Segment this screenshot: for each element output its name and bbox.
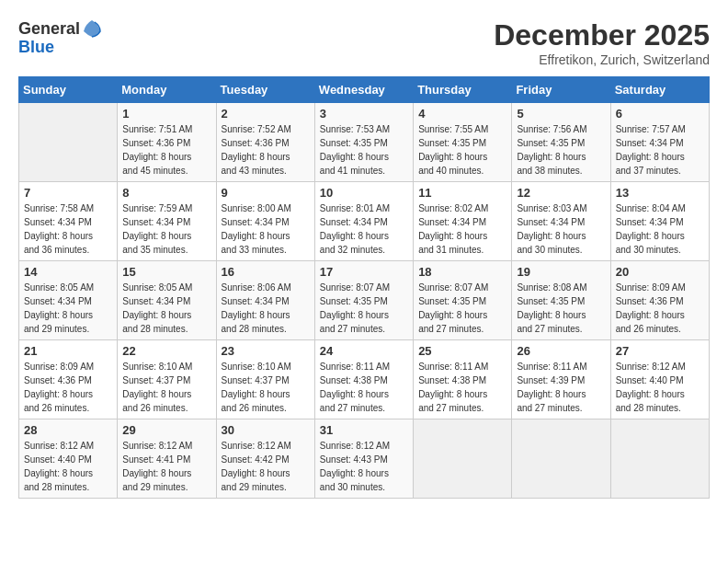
calendar-week-row: 7Sunrise: 7:58 AMSunset: 4:34 PMDaylight… — [19, 182, 710, 261]
day-info: Sunrise: 8:12 AMSunset: 4:40 PMDaylight:… — [616, 360, 704, 415]
day-info: Sunrise: 8:12 AMSunset: 4:41 PMDaylight:… — [122, 439, 210, 494]
day-number: 13 — [616, 186, 704, 200]
day-info: Sunrise: 8:08 AMSunset: 4:35 PMDaylight:… — [517, 281, 605, 336]
calendar-cell: 29Sunrise: 8:12 AMSunset: 4:41 PMDayligh… — [118, 419, 216, 499]
day-number: 10 — [320, 186, 408, 200]
weekday-header-wednesday: Wednesday — [314, 77, 413, 103]
day-info: Sunrise: 8:11 AMSunset: 4:39 PMDaylight:… — [517, 360, 605, 415]
calendar-cell: 3Sunrise: 7:53 AMSunset: 4:35 PMDaylight… — [314, 103, 413, 182]
day-info: Sunrise: 7:52 AMSunset: 4:36 PMDaylight:… — [222, 122, 310, 178]
calendar-cell — [19, 103, 118, 182]
day-number: 3 — [320, 107, 408, 121]
weekday-header-monday: Monday — [118, 77, 216, 103]
calendar-cell: 25Sunrise: 8:11 AMSunset: 4:38 PMDayligh… — [414, 340, 512, 419]
day-info: Sunrise: 7:51 AMSunset: 4:36 PMDaylight:… — [122, 122, 210, 178]
calendar-cell: 9Sunrise: 8:00 AMSunset: 4:34 PMDaylight… — [216, 182, 314, 261]
day-number: 31 — [320, 423, 408, 437]
day-info: Sunrise: 8:05 AMSunset: 4:34 PMDaylight:… — [24, 281, 112, 336]
day-number: 16 — [222, 265, 310, 279]
title-area: December 2025 Effretikon, Zurich, Switze… — [494, 18, 710, 67]
calendar-body: 1Sunrise: 7:51 AMSunset: 4:36 PMDaylight… — [19, 103, 710, 499]
calendar-week-row: 14Sunrise: 8:05 AMSunset: 4:34 PMDayligh… — [19, 261, 710, 340]
calendar-cell: 10Sunrise: 8:01 AMSunset: 4:34 PMDayligh… — [314, 182, 413, 261]
day-info: Sunrise: 8:04 AMSunset: 4:34 PMDaylight:… — [616, 201, 704, 257]
day-number: 12 — [517, 186, 605, 200]
logo-icon — [82, 18, 102, 39]
month-title: December 2025 — [494, 18, 710, 52]
day-number: 6 — [616, 107, 704, 121]
logo-general: General — [18, 20, 80, 37]
day-number: 18 — [418, 265, 506, 279]
day-info: Sunrise: 7:58 AMSunset: 4:34 PMDaylight:… — [24, 201, 112, 257]
day-number: 29 — [122, 423, 210, 437]
calendar-cell: 6Sunrise: 7:57 AMSunset: 4:34 PMDaylight… — [610, 103, 709, 182]
day-info: Sunrise: 7:59 AMSunset: 4:34 PMDaylight:… — [122, 201, 210, 257]
day-info: Sunrise: 8:11 AMSunset: 4:38 PMDaylight:… — [320, 360, 408, 415]
day-number: 28 — [24, 423, 112, 437]
calendar-cell — [512, 419, 610, 499]
day-number: 7 — [24, 186, 112, 200]
day-info: Sunrise: 7:57 AMSunset: 4:34 PMDaylight:… — [616, 122, 704, 178]
day-number: 2 — [222, 107, 310, 121]
calendar-cell: 24Sunrise: 8:11 AMSunset: 4:38 PMDayligh… — [314, 340, 413, 419]
day-number: 15 — [122, 265, 210, 279]
weekday-header-sunday: Sunday — [19, 77, 118, 103]
day-info: Sunrise: 8:10 AMSunset: 4:37 PMDaylight:… — [222, 360, 310, 415]
calendar-cell: 14Sunrise: 8:05 AMSunset: 4:34 PMDayligh… — [19, 261, 118, 340]
day-number: 14 — [24, 265, 112, 279]
calendar-table: SundayMondayTuesdayWednesdayThursdayFrid… — [18, 76, 710, 499]
calendar-cell: 28Sunrise: 8:12 AMSunset: 4:40 PMDayligh… — [19, 419, 118, 499]
day-number: 4 — [418, 107, 506, 121]
day-info: Sunrise: 8:01 AMSunset: 4:34 PMDaylight:… — [320, 201, 408, 257]
day-info: Sunrise: 8:07 AMSunset: 4:35 PMDaylight:… — [418, 281, 506, 336]
day-number: 5 — [517, 107, 605, 121]
weekday-header-friday: Friday — [512, 77, 610, 103]
calendar-cell: 26Sunrise: 8:11 AMSunset: 4:39 PMDayligh… — [512, 340, 610, 419]
calendar-cell: 2Sunrise: 7:52 AMSunset: 4:36 PMDaylight… — [216, 103, 314, 182]
calendar-cell: 1Sunrise: 7:51 AMSunset: 4:36 PMDaylight… — [118, 103, 216, 182]
day-number: 22 — [122, 344, 210, 358]
day-number: 9 — [222, 186, 310, 200]
calendar-week-row: 28Sunrise: 8:12 AMSunset: 4:40 PMDayligh… — [19, 419, 710, 499]
day-number: 21 — [24, 344, 112, 358]
calendar-cell: 30Sunrise: 8:12 AMSunset: 4:42 PMDayligh… — [216, 419, 314, 499]
logo-blue: Blue — [18, 39, 102, 55]
day-number: 26 — [517, 344, 605, 358]
day-info: Sunrise: 8:00 AMSunset: 4:34 PMDaylight:… — [222, 201, 310, 257]
calendar-cell: 17Sunrise: 8:07 AMSunset: 4:35 PMDayligh… — [314, 261, 413, 340]
calendar-cell: 18Sunrise: 8:07 AMSunset: 4:35 PMDayligh… — [414, 261, 512, 340]
weekday-header-row: SundayMondayTuesdayWednesdayThursdayFrid… — [19, 77, 710, 103]
day-info: Sunrise: 8:10 AMSunset: 4:37 PMDaylight:… — [122, 360, 210, 415]
calendar-cell — [610, 419, 709, 499]
location-subtitle: Effretikon, Zurich, Switzerland — [494, 52, 710, 67]
logo: General Blue — [18, 18, 102, 55]
weekday-header-tuesday: Tuesday — [216, 77, 314, 103]
day-info: Sunrise: 7:55 AMSunset: 4:35 PMDaylight:… — [418, 122, 506, 178]
calendar-cell: 19Sunrise: 8:08 AMSunset: 4:35 PMDayligh… — [512, 261, 610, 340]
day-info: Sunrise: 7:56 AMSunset: 4:35 PMDaylight:… — [517, 122, 605, 178]
calendar-cell: 21Sunrise: 8:09 AMSunset: 4:36 PMDayligh… — [19, 340, 118, 419]
day-info: Sunrise: 8:12 AMSunset: 4:42 PMDaylight:… — [222, 439, 310, 494]
calendar-cell: 20Sunrise: 8:09 AMSunset: 4:36 PMDayligh… — [610, 261, 709, 340]
calendar-cell: 7Sunrise: 7:58 AMSunset: 4:34 PMDaylight… — [19, 182, 118, 261]
day-info: Sunrise: 8:02 AMSunset: 4:34 PMDaylight:… — [418, 201, 506, 257]
day-number: 30 — [222, 423, 310, 437]
calendar-cell — [414, 419, 512, 499]
calendar-cell: 4Sunrise: 7:55 AMSunset: 4:35 PMDaylight… — [414, 103, 512, 182]
day-info: Sunrise: 8:11 AMSunset: 4:38 PMDaylight:… — [418, 360, 506, 415]
calendar-cell: 31Sunrise: 8:12 AMSunset: 4:43 PMDayligh… — [314, 419, 413, 499]
calendar-cell: 8Sunrise: 7:59 AMSunset: 4:34 PMDaylight… — [118, 182, 216, 261]
day-info: Sunrise: 8:12 AMSunset: 4:40 PMDaylight:… — [24, 439, 112, 494]
calendar-cell: 16Sunrise: 8:06 AMSunset: 4:34 PMDayligh… — [216, 261, 314, 340]
day-number: 11 — [418, 186, 506, 200]
day-number: 27 — [616, 344, 704, 358]
calendar-cell: 27Sunrise: 8:12 AMSunset: 4:40 PMDayligh… — [610, 340, 709, 419]
day-info: Sunrise: 8:12 AMSunset: 4:43 PMDaylight:… — [320, 439, 408, 494]
day-number: 23 — [222, 344, 310, 358]
calendar-week-row: 21Sunrise: 8:09 AMSunset: 4:36 PMDayligh… — [19, 340, 710, 419]
header: General Blue December 2025 Effretikon, Z… — [18, 18, 710, 67]
day-info: Sunrise: 7:53 AMSunset: 4:35 PMDaylight:… — [320, 122, 408, 178]
calendar-cell: 15Sunrise: 8:05 AMSunset: 4:34 PMDayligh… — [118, 261, 216, 340]
calendar-week-row: 1Sunrise: 7:51 AMSunset: 4:36 PMDaylight… — [19, 103, 710, 182]
day-info: Sunrise: 8:07 AMSunset: 4:35 PMDaylight:… — [320, 281, 408, 336]
